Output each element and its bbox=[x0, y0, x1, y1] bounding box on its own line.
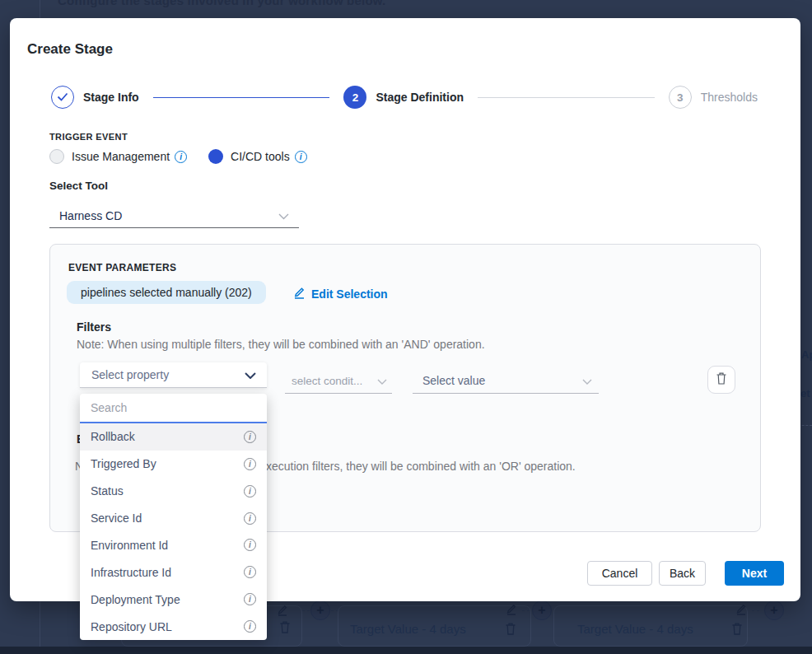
property-dropdown-menu: Rollback Triggered By Status Service Id … bbox=[80, 394, 267, 640]
execution-note-fragment: xecution filters, they will be combined … bbox=[266, 460, 576, 473]
edit-selection-link[interactable]: Edit Selection bbox=[293, 286, 388, 301]
info-icon[interactable] bbox=[244, 620, 256, 633]
menu-item-label: Deployment Type bbox=[91, 593, 180, 606]
background-text-fragment: et bbox=[800, 387, 810, 399]
dashed-connector bbox=[522, 610, 530, 611]
search-input[interactable] bbox=[80, 394, 267, 422]
menu-item-label: Infrastructure Id bbox=[91, 566, 171, 579]
pencil-edit-icon bbox=[277, 604, 288, 619]
step-label: Thresholds bbox=[701, 91, 758, 104]
stepper-connector bbox=[153, 97, 330, 98]
step-label: Stage Definition bbox=[376, 91, 464, 104]
dropdown-items: Rollback Triggered By Status Service Id … bbox=[80, 423, 267, 640]
stepper-connector bbox=[478, 97, 655, 98]
step-thresholds[interactable]: 3 Thresholds bbox=[669, 86, 758, 109]
workflow-stage-card: Target Value - 4 days bbox=[553, 605, 748, 647]
menu-item-infrastructure-id[interactable]: Infrastructure Id bbox=[80, 558, 267, 586]
menu-item-label: Environment Id bbox=[91, 539, 168, 552]
plus-icon bbox=[770, 603, 777, 618]
info-icon[interactable] bbox=[244, 431, 256, 443]
plus-icon bbox=[316, 603, 324, 618]
menu-item-label: Rollback bbox=[91, 430, 135, 443]
info-icon[interactable] bbox=[244, 566, 256, 578]
property-select[interactable]: Select property bbox=[80, 362, 267, 388]
menu-item-deployment-type[interactable]: Deployment Type bbox=[80, 586, 267, 613]
filters-heading: Filters bbox=[77, 320, 111, 334]
trash-icon bbox=[731, 622, 743, 639]
trigger-event-label: TRIGGER EVENT bbox=[49, 132, 128, 142]
info-icon[interactable] bbox=[244, 593, 256, 605]
step-stage-info[interactable]: Stage Info bbox=[51, 86, 139, 109]
trash-icon bbox=[505, 622, 516, 639]
radio-issue-management[interactable] bbox=[49, 149, 64, 164]
condition-select[interactable]: select condit... bbox=[285, 368, 392, 394]
background-bottom-bar bbox=[0, 647, 812, 654]
info-icon[interactable] bbox=[244, 512, 256, 525]
info-icon[interactable] bbox=[244, 539, 256, 551]
tool-select-value: Harness CD bbox=[59, 209, 122, 222]
menu-item-status[interactable]: Status bbox=[80, 478, 267, 505]
menu-item-label: Triggered By bbox=[91, 457, 156, 470]
menu-item-repository-url[interactable]: Repository URL bbox=[80, 613, 267, 640]
tool-select[interactable]: Harness CD bbox=[49, 204, 299, 228]
menu-item-triggered-by[interactable]: Triggered By bbox=[80, 451, 267, 478]
stage-card-label: Target Value - 4 days bbox=[350, 622, 466, 636]
chevron-down-icon bbox=[278, 208, 289, 223]
menu-item-label: Status bbox=[91, 484, 124, 498]
step-stage-definition[interactable]: 2 Stage Definition bbox=[343, 86, 464, 109]
info-icon[interactable] bbox=[244, 458, 256, 470]
edit-selection-label: Edit Selection bbox=[311, 287, 388, 301]
chevron-down-icon bbox=[377, 373, 387, 388]
menu-item-service-id[interactable]: Service Id bbox=[80, 505, 267, 532]
trash-icon bbox=[279, 620, 291, 638]
info-icon[interactable] bbox=[175, 151, 187, 163]
step-complete-circle bbox=[51, 86, 74, 109]
stepper: Stage Info 2 Stage Definition 3 Threshol… bbox=[51, 86, 758, 109]
trigger-event-options: Issue Management CI/CD tools bbox=[49, 148, 307, 165]
cancel-button[interactable]: Cancel bbox=[587, 561, 652, 586]
dropdown-search bbox=[80, 394, 267, 423]
delete-filter-button[interactable] bbox=[707, 366, 735, 394]
property-select-value: Select property bbox=[91, 368, 169, 381]
chevron-down-icon bbox=[582, 373, 592, 388]
info-icon[interactable] bbox=[244, 485, 256, 498]
step-number-circle: 3 bbox=[669, 86, 692, 109]
background-banner-text: Configure the stages involved in your wo… bbox=[58, 0, 385, 7]
pencil-edit-icon bbox=[735, 603, 747, 619]
dashed-connector bbox=[302, 610, 310, 611]
event-parameters-heading: EVENT PARAMETERS bbox=[68, 262, 176, 273]
radio-label: Issue Management bbox=[72, 150, 170, 163]
value-select[interactable]: Select value bbox=[413, 368, 599, 394]
chevron-down-icon bbox=[245, 367, 256, 382]
radio-cicd-tools[interactable] bbox=[208, 149, 223, 164]
radio-label: CI/CD tools bbox=[231, 150, 290, 163]
modal-title: Create Stage bbox=[27, 41, 113, 58]
pencil-edit-icon bbox=[293, 286, 306, 301]
condition-select-value: select condit... bbox=[292, 375, 362, 387]
add-stage-button bbox=[310, 600, 330, 620]
select-tool-label: Select Tool bbox=[49, 180, 108, 192]
trash-icon bbox=[716, 371, 727, 389]
step-number-circle: 2 bbox=[343, 86, 366, 109]
add-stage-button bbox=[532, 600, 552, 620]
pipelines-selection-chip: pipelines selected manually (202) bbox=[67, 281, 266, 304]
value-select-value: Select value bbox=[422, 374, 485, 387]
menu-item-rollback[interactable]: Rollback bbox=[80, 423, 267, 451]
stage-card-label: Target Value - 4 days bbox=[577, 622, 693, 636]
plus-icon bbox=[538, 603, 545, 618]
menu-item-label: Service Id bbox=[91, 512, 142, 525]
filters-note: Note: When using multiple filters, they … bbox=[77, 338, 485, 351]
add-stage-button bbox=[764, 600, 784, 620]
next-button[interactable]: Next bbox=[725, 561, 784, 586]
workflow-stage-card: Target Value - 4 days bbox=[338, 605, 531, 647]
back-button[interactable]: Back bbox=[659, 561, 706, 586]
check-icon bbox=[57, 91, 68, 104]
menu-item-label: Repository URL bbox=[91, 620, 172, 633]
info-icon[interactable] bbox=[295, 151, 307, 163]
background-text-fragment: Ap bbox=[801, 348, 812, 361]
menu-item-environment-id[interactable]: Environment Id bbox=[80, 532, 267, 559]
step-label: Stage Info bbox=[83, 91, 139, 104]
pencil-edit-icon bbox=[506, 603, 517, 619]
dashed-connector bbox=[752, 610, 759, 611]
